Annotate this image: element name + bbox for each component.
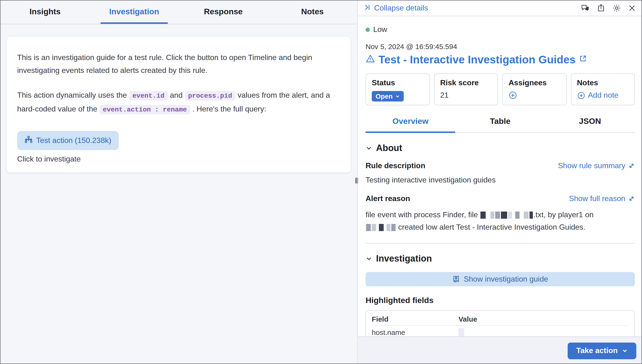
redacted-block — [501, 212, 507, 219]
tab-response[interactable]: Response — [179, 1, 268, 24]
tab-json[interactable]: JSON — [545, 112, 635, 133]
status-card: Status Open — [366, 73, 430, 105]
left-panel: Insights Investigation Response Notes Th… — [1, 0, 357, 364]
warning-icon — [366, 54, 375, 65]
comments-icon[interactable] — [581, 4, 589, 12]
investigation-guide-card: This is an investigation guide for a tes… — [7, 37, 351, 172]
chevron-down-icon — [395, 94, 400, 98]
code-event-action-rename: event.action : rename — [99, 105, 190, 114]
app-window: Insights Investigation Response Notes Th… — [0, 0, 642, 364]
rule-description-row: Rule description Show rule summary — [366, 162, 635, 170]
summary-cards-row: Status Open Risk score 21 Assignees — [366, 73, 635, 105]
take-action-button[interactable]: Take action — [568, 342, 636, 359]
redacted-block — [387, 224, 390, 231]
left-tab-bar: Insights Investigation Response Notes — [1, 0, 357, 24]
highlighted-fields-heading: Highlighted fields — [366, 296, 635, 306]
notes-card: Notes Add note — [571, 73, 635, 105]
risk-score-card: Risk score 21 — [434, 73, 498, 105]
redacted-block — [508, 212, 512, 219]
flyout-header: Collapse details — [358, 0, 642, 16]
collapse-details-button[interactable]: Collapse details — [364, 4, 428, 13]
section-divider — [366, 243, 635, 244]
severity-label: Low — [373, 25, 387, 34]
add-assignee-button[interactable] — [508, 91, 517, 100]
chevron-down-icon — [366, 255, 372, 262]
add-note-button[interactable]: Add note — [577, 91, 618, 100]
tab-overview[interactable]: Overview — [366, 112, 455, 133]
highlighted-fields-table: Field Value host.name agent.status Healt… — [366, 310, 635, 336]
test-action-label: Test action (150.238k) — [36, 136, 111, 145]
status-open-dropdown[interactable]: Open — [372, 91, 404, 102]
field-value — [458, 328, 629, 336]
code-event-id: event.id — [129, 91, 168, 100]
tab-table[interactable]: Table — [455, 112, 545, 133]
assignees-card: Assignees — [502, 73, 566, 105]
redacted-block — [524, 212, 528, 219]
expand-icon — [628, 195, 635, 202]
redacted-block — [515, 212, 519, 219]
about-section-toggle[interactable]: About — [366, 143, 635, 154]
chevron-down-icon — [622, 348, 628, 354]
value-column-header: Value — [458, 315, 629, 323]
tab-notes[interactable]: Notes — [268, 1, 357, 24]
redacted-block — [366, 224, 371, 231]
redacted-block — [529, 212, 533, 219]
show-investigation-guide-button[interactable]: Show investigation guide — [366, 272, 635, 286]
alert-rule-title-link[interactable]: Test - Interactive Investigation Guides — [378, 53, 575, 66]
plus-circle-icon — [577, 91, 585, 99]
field-column-header: Field — [372, 315, 458, 323]
alert-reason-row: Alert reason Show full reason — [366, 194, 635, 203]
field-name: host.name — [372, 328, 458, 336]
flyout-header-icons — [581, 4, 636, 12]
collapse-arrow-icon — [364, 4, 371, 13]
investigation-section-toggle[interactable]: Investigation — [366, 254, 635, 264]
close-icon[interactable] — [628, 4, 636, 12]
alert-title-row: Test - Interactive Investigation Guides — [366, 53, 635, 66]
rule-description-text: Testing interactive investigation guides — [366, 174, 635, 186]
alert-timestamp: Nov 5, 2024 @ 16:59:45.594 — [366, 42, 635, 50]
redacted-block — [391, 224, 396, 231]
flyout-footer: Take action — [358, 336, 642, 364]
redacted-block — [495, 212, 500, 219]
guide-paragraph-2: This action dynamically uses the event.i… — [17, 88, 340, 116]
table-header-row: Field Value — [372, 312, 629, 326]
risk-score-value: 21 — [440, 91, 492, 100]
redacted-block — [490, 212, 494, 219]
table-row: host.name — [372, 326, 629, 336]
redacted-block — [372, 224, 376, 231]
alert-details-flyout: Collapse details — [358, 0, 642, 364]
expand-icon — [628, 162, 635, 169]
plus-circle-icon — [508, 91, 517, 100]
redacted-block — [458, 328, 464, 336]
show-rule-summary-link[interactable]: Show rule summary — [558, 162, 635, 170]
flyout-body: Low Nov 5, 2024 @ 16:59:45.594 Test - In… — [358, 17, 642, 336]
code-process-pid: process.pid — [185, 91, 235, 100]
timeline-icon — [25, 136, 33, 145]
redacted-block — [480, 212, 486, 219]
click-to-investigate-caption: Click to investigate — [17, 155, 340, 164]
gear-icon[interactable] — [612, 4, 621, 12]
severity-row: Low — [366, 25, 635, 34]
redacted-block — [379, 224, 384, 231]
book-icon — [452, 276, 460, 283]
flyout-tab-bar: Overview Table JSON — [366, 112, 635, 133]
chevron-down-icon — [366, 145, 372, 152]
test-action-button[interactable]: Test action (150.238k) — [17, 131, 119, 150]
severity-dot-icon — [366, 28, 370, 32]
guide-paragraph-1: This is an investigation guide for a tes… — [17, 51, 340, 77]
tab-insights[interactable]: Insights — [1, 1, 90, 24]
popout-icon[interactable] — [579, 55, 586, 64]
alert-reason-text: file event with process Finder, file .tx… — [366, 209, 635, 234]
share-icon[interactable] — [597, 4, 605, 12]
show-full-reason-link[interactable]: Show full reason — [569, 194, 635, 203]
tab-investigation[interactable]: Investigation — [90, 1, 179, 24]
